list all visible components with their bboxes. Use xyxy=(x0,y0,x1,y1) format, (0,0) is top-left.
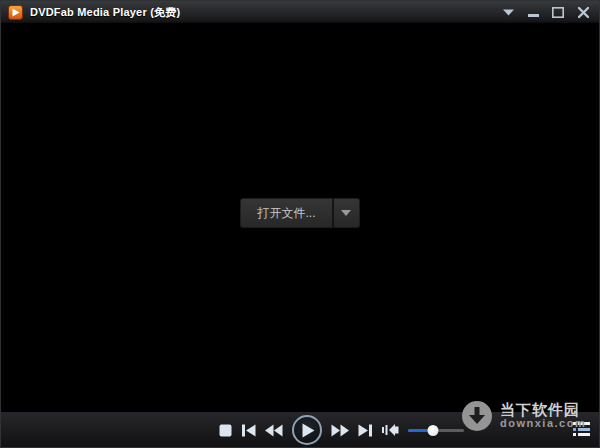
rewind-button[interactable] xyxy=(265,424,283,437)
open-file-button[interactable]: 打开文件... xyxy=(240,198,331,228)
previous-track-button[interactable] xyxy=(242,424,256,437)
app-logo-icon xyxy=(8,5,23,20)
stop-button[interactable] xyxy=(219,424,232,437)
volume-track xyxy=(408,429,464,432)
maximize-button[interactable] xyxy=(550,5,566,19)
speaker-icon xyxy=(382,422,399,438)
volume-knob[interactable] xyxy=(428,425,439,436)
titlebar: DVDFab Media Player (免费) xyxy=(1,1,599,23)
open-file-label: 打开文件... xyxy=(257,205,315,222)
video-area: 打开文件... xyxy=(1,23,599,411)
transport-controls xyxy=(219,412,464,448)
play-button[interactable] xyxy=(292,415,322,445)
volume-slider[interactable] xyxy=(408,423,464,437)
window-controls xyxy=(500,5,593,19)
volume-button[interactable] xyxy=(382,422,399,438)
playlist-icon[interactable] xyxy=(573,422,590,436)
window-title: DVDFab Media Player (免费) xyxy=(30,5,180,20)
open-file-menu-button[interactable] xyxy=(332,198,360,228)
minimize-button[interactable] xyxy=(525,5,541,19)
chevron-down-icon xyxy=(341,210,351,216)
close-button[interactable] xyxy=(575,5,591,19)
menu-dropdown-icon[interactable] xyxy=(500,5,516,19)
fast-forward-button[interactable] xyxy=(331,424,349,437)
app-window: DVDFab Media Player (免费) 打开文件... xyxy=(0,0,600,448)
control-bar xyxy=(1,411,599,447)
play-icon xyxy=(299,423,315,438)
open-file-split-button: 打开文件... xyxy=(240,198,359,228)
next-track-button[interactable] xyxy=(358,424,372,437)
